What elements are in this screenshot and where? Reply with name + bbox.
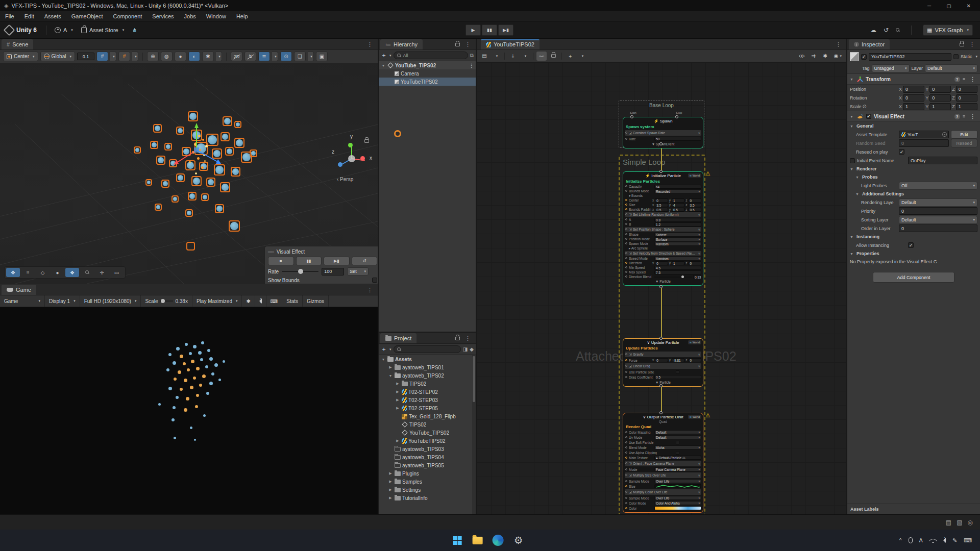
vfx-row-field-capacity[interactable]: Capacity64: [625, 184, 701, 189]
probes-section-label[interactable]: Probes: [862, 174, 878, 180]
priority-field[interactable]: 0: [899, 207, 977, 215]
save-button[interactable]: ▤: [479, 52, 489, 61]
debug-options[interactable]: ▾: [216, 52, 222, 61]
project-row[interactable]: ayatoweb_TIPS04: [379, 453, 476, 461]
vfx-row-block-set-position-shape-sphere[interactable]: ✓Set Position Shape : Sphere∨: [625, 227, 701, 232]
component-menu-icon[interactable]: ⋮: [968, 76, 977, 83]
lock-icon[interactable]: [960, 43, 964, 46]
vfx-row-block-set-velocity-from-direction-speed-new-direction-[interactable]: ✓Set Velocity from Direction & Speed (Ne…: [625, 251, 701, 256]
vfx-row-select-blend-mode[interactable]: Blend ModeAlpha: [625, 445, 701, 450]
layers-options[interactable]: ▾: [272, 52, 278, 61]
project-row[interactable]: ▶TutorialInfo: [379, 494, 476, 502]
vfx-row-field-rate[interactable]: Rate50: [625, 136, 701, 141]
vfx-row-check-use-soft-particle[interactable]: Use Soft Particle: [625, 440, 701, 445]
scale-slider[interactable]: Scale 0.38x: [141, 295, 192, 307]
compile-button[interactable]: ⤓: [508, 52, 518, 61]
pause-button[interactable]: ▮▮: [482, 24, 497, 36]
vfx-row-select-uv-mode[interactable]: Uv ModeDefault: [625, 435, 701, 440]
project-row[interactable]: TIPS02: [379, 420, 476, 429]
vfx-row-select-bounds-mode[interactable]: Bounds ModeRecorded: [625, 189, 701, 193]
file-explorer-icon[interactable]: [471, 534, 484, 547]
add-button[interactable]: ＋: [565, 52, 575, 61]
hierarchy-search-input[interactable]: All: [394, 52, 468, 59]
update-particle-node[interactable]: ∨ Update Particle World Update Particles…: [623, 338, 703, 387]
presets-icon[interactable]: ≡: [963, 77, 965, 82]
resolution-dropdown[interactable]: Full HD (980x551)▾: [80, 295, 141, 307]
vfx-row-check-use-particle-size[interactable]: Use Particle Size: [625, 369, 701, 374]
lighting-toggle[interactable]: ●: [175, 52, 186, 61]
game-viewport[interactable]: [0, 307, 378, 514]
vfx-row-field-drag-coefficient[interactable]: Drag Coefficient0.5: [625, 374, 701, 380]
scale-x-field[interactable]: 1: [903, 103, 924, 110]
tag-dropdown[interactable]: Untagged▾: [872, 64, 910, 72]
maximize-button[interactable]: ▢: [946, 3, 951, 9]
inspector-menu-icon[interactable]: ⋮: [967, 41, 977, 48]
vfx-row-block-multiply-color-over-life[interactable]: ✓Multiply Color Over Life∨: [625, 489, 701, 495]
project-row[interactable]: YouTube_TIPS02: [379, 429, 476, 437]
game-mode-dropdown[interactable]: Game▾: [0, 295, 45, 307]
output-input-port[interactable]: [659, 411, 663, 414]
play-button[interactable]: ▶: [465, 24, 481, 36]
layers-toggle[interactable]: ≣: [258, 52, 270, 61]
vfx-canvas[interactable]: Attached to YouTubeTIPS02 Base Loop Simp…: [477, 62, 846, 525]
stop-port[interactable]: [675, 115, 678, 118]
vfx-row-block-orient-face-camera-plane[interactable]: ✓Orient : Face Camera Plane∨: [625, 461, 701, 466]
account-dropdown[interactable]: A ▾: [51, 27, 77, 33]
spawn-output-port[interactable]: [659, 142, 663, 145]
game-debug-toggle[interactable]: ✱: [242, 295, 255, 307]
compile-options[interactable]: ▾: [520, 52, 530, 61]
warning-icon[interactable]: ⚠: [705, 170, 710, 177]
project-menu-icon[interactable]: ⋮: [463, 335, 473, 342]
project-row[interactable]: ▶T02-STEP03: [379, 396, 476, 404]
create-button[interactable]: ＋▾: [381, 51, 391, 60]
initialize-particle-node[interactable]: ⚡ Initialize Particle World Initialize P…: [623, 171, 703, 286]
drag-handle-icon[interactable]: ══: [268, 249, 274, 255]
vfx-restart-button[interactable]: ↺: [352, 257, 378, 265]
menu-assets[interactable]: Assets: [39, 11, 66, 21]
set-dropdown[interactable]: Set▾: [347, 267, 369, 276]
profiler-toggle[interactable]: ⇉: [808, 52, 819, 61]
vfx-row-select-color-mode[interactable]: Color ModeColor And Alpha: [625, 500, 701, 506]
keyboard-shortcuts-toggle[interactable]: ⌨: [266, 295, 282, 307]
lock-icon[interactable]: [455, 337, 460, 340]
vfx-row-vec3-bounds-padding[interactable]: Bounds Paddingx0.5y0.5z0.5: [625, 207, 701, 212]
search-by-type-icon[interactable]: ◨: [463, 346, 468, 352]
project-row[interactable]: ▶TIPS02: [379, 380, 476, 388]
tool-handle-rotation-dropdown[interactable]: Global▾: [40, 52, 75, 61]
update-input-port[interactable]: [659, 337, 663, 340]
touch-keyboard-icon[interactable]: ⌨: [964, 537, 972, 544]
tool-handle-pivot-dropdown[interactable]: Center▾: [3, 52, 38, 61]
warning-icon[interactable]: ⚠: [705, 412, 710, 419]
renderer-section-label[interactable]: Renderer: [856, 166, 877, 171]
static-checkbox[interactable]: [953, 54, 959, 59]
settings-gear-icon[interactable]: ⚙: [512, 534, 525, 547]
project-scrollbar[interactable]: [472, 355, 476, 514]
project-search-input[interactable]: [394, 345, 461, 353]
scale-z-field[interactable]: 1: [956, 103, 977, 110]
component-enabled-checkbox[interactable]: ✓: [866, 114, 871, 119]
init-input-port[interactable]: [659, 170, 663, 173]
asset-store-dropdown[interactable]: Asset Store ▾: [77, 27, 128, 33]
game-menu-icon[interactable]: ⋮: [365, 287, 375, 293]
volume-icon[interactable]: [943, 538, 946, 543]
row-menu-icon[interactable]: ⋮: [469, 63, 474, 68]
project-row[interactable]: ▼ayatoweb_TIPS02: [379, 371, 476, 380]
project-row[interactable]: ▼Assets: [379, 355, 476, 363]
help-dropdown[interactable]: ◉▾: [832, 52, 844, 61]
open-search-window-icon[interactable]: ⧉: [470, 53, 474, 59]
vfx-row-obj-main-texture[interactable]: Main Texture● Default-Particle ◎: [625, 455, 701, 460]
2d-view-toggle[interactable]: 2D: [231, 52, 242, 61]
debug-toggle[interactable]: ✱: [820, 52, 830, 61]
close-button[interactable]: ✕: [967, 3, 971, 9]
search-icon[interactable]: [896, 28, 900, 32]
general-section-label[interactable]: General: [856, 123, 874, 129]
light-probes-dropdown[interactable]: Off▾: [899, 182, 977, 190]
project-row[interactable]: ▶YouTubeTIPS02: [379, 437, 476, 445]
asset-template-field[interactable]: YouT: [899, 131, 949, 138]
orientation-overlay-icon[interactable]: ◇: [36, 268, 50, 277]
edit-button[interactable]: Edit: [951, 130, 977, 139]
scale-link-icon[interactable]: ∅: [863, 104, 867, 109]
vfx-row-block-constant-spawn-rate[interactable]: ✓Constant Spawn Rate∨: [625, 130, 701, 136]
order-in-layer-field[interactable]: 0: [899, 224, 977, 232]
language-indicator[interactable]: A: [919, 537, 923, 543]
